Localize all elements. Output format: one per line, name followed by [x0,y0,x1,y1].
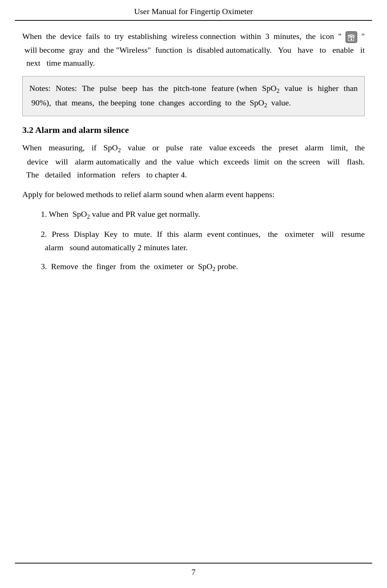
apply-paragraph: Apply for belowed methods to relief alar… [22,188,365,201]
main-content: When the device fails to try establishin… [15,30,372,274]
page-container: User Manual for Fingertip Oximeter When … [0,0,387,588]
alarm-paragraph: When measuring, if SpO2 value or pulse r… [22,141,365,181]
wireless-icon: ⚿ [345,31,358,43]
list-item-2: 2. Press Display Key to mute. If this al… [22,228,365,254]
section-heading: 3.2 Alarm and alarm silence [22,125,365,135]
page-footer: 7 [15,563,372,577]
list-item-1: 1. When SpO2 value and PR value get norm… [22,208,365,222]
intro-paragraph: When the device fails to try establishin… [22,30,365,69]
page-number: 7 [191,567,196,576]
header-title: User Manual for Fingertip Oximeter [134,7,253,16]
page-header: User Manual for Fingertip Oximeter [15,0,372,21]
list-item-3: 3. Remove the finger from the oximeter o… [22,260,365,274]
notes-box: Notes: Notes: The pulse beep has the pit… [22,76,365,116]
svg-point-2 [351,39,352,40]
notes-text: Notes: Notes: The pulse beep has the pit… [29,84,358,107]
